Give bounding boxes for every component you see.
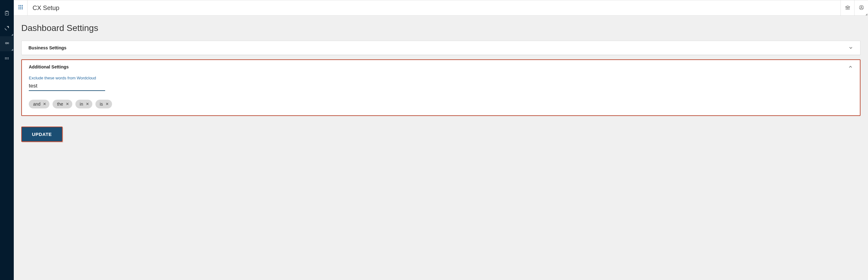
additional-settings-header[interactable]: Additional Settings [22,60,860,74]
chevron-up-icon [848,64,853,69]
close-icon [86,102,89,107]
app-switcher-button[interactable] [14,0,28,15]
svg-point-1 [6,42,7,44]
chip-label: and [33,102,40,107]
chip-remove-button[interactable] [43,102,46,107]
panel-title: Additional Settings [29,64,69,69]
expand-corner-icon [11,49,13,50]
wordcloud-field-label: Exclude these words from Wordcloud [29,76,853,80]
svg-rect-15 [19,8,20,9]
update-button[interactable]: UPDATE [22,127,62,141]
update-button-highlight: UPDATE [21,127,63,142]
page-title: Dashboard Settings [21,23,861,33]
left-nav-rail [0,0,14,280]
chip-label: the [57,102,63,107]
svg-rect-13 [20,7,21,8]
rail-item-grid[interactable] [0,51,14,66]
svg-rect-10 [20,5,21,6]
svg-rect-8 [8,59,8,59]
user-circle-icon [859,5,864,11]
expand-corner-icon [11,34,13,36]
rail-item-checklist[interactable] [0,6,14,21]
checklist-icon [4,10,10,17]
svg-rect-17 [22,8,23,9]
rail-item-share[interactable] [0,21,14,36]
user-menu-button[interactable] [854,0,868,16]
svg-point-2 [7,42,9,44]
expand-corner-icon [866,13,867,15]
wordcloud-exclude-input[interactable] [29,81,105,91]
svg-rect-9 [19,5,20,6]
svg-rect-7 [7,59,7,59]
top-bar: CX Setup [14,0,868,15]
close-icon [66,102,69,107]
chip-item: and [29,100,50,108]
svg-rect-11 [22,5,23,6]
share-icon [4,25,10,32]
chip-remove-button[interactable] [66,102,69,107]
settings-gear-icon [4,40,10,47]
svg-rect-14 [22,7,23,8]
chip-item: the [53,100,72,108]
chip-remove-button[interactable] [105,102,109,107]
bank-icon [845,5,850,11]
bank-button[interactable] [840,0,854,16]
app-title: CX Setup [28,4,59,11]
svg-point-19 [861,6,862,8]
apps-icon [18,4,24,11]
svg-rect-6 [5,59,6,59]
grid-small-icon [4,55,10,62]
panel-title: Business Settings [29,45,66,50]
chip-label: is [100,102,103,107]
svg-rect-3 [5,58,6,58]
business-settings-panel: Business Settings [21,41,861,55]
additional-settings-panel: Additional Settings Exclude these words … [21,59,861,116]
rail-item-settings[interactable] [0,36,14,51]
chip-remove-button[interactable] [86,102,89,107]
svg-rect-16 [20,8,21,9]
chips-container: and the [29,100,853,108]
chip-item: in [75,100,92,108]
svg-rect-4 [7,58,7,58]
close-icon [105,102,109,107]
chip-item: is [95,100,112,108]
business-settings-header[interactable]: Business Settings [22,41,860,55]
svg-rect-12 [19,7,20,8]
chevron-down-icon [848,45,853,50]
close-icon [43,102,46,107]
svg-rect-5 [8,58,8,58]
chip-label: in [80,102,83,107]
